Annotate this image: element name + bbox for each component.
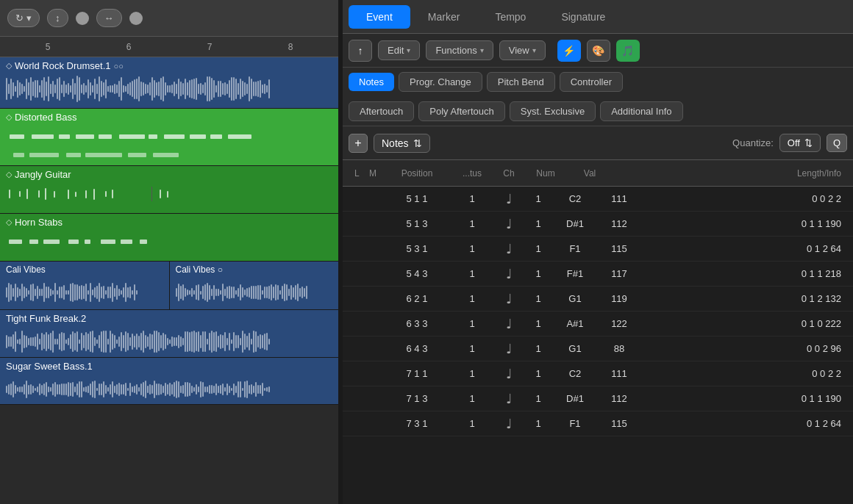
event-col-ch-7: 1	[524, 368, 553, 379]
transport-knob2[interactable]	[129, 12, 143, 25]
event-col-val-0: 111	[597, 193, 641, 204]
event-col-num-8: D#1	[553, 393, 597, 404]
col-header-length: Length/Info	[612, 168, 841, 179]
event-row[interactable]: 6 4 3 1 ♩ 1 G1 88 0 0 2 96	[343, 336, 853, 361]
event-col-val-3: 117	[597, 268, 641, 279]
quantize-value-label: Off	[788, 137, 800, 148]
filter-controller-btn[interactable]: Controller	[560, 72, 623, 92]
event-col-ch-9: 1	[524, 418, 553, 429]
track-sugar-waveform: for(let i=0;i<120;i++){ const h = 4 + Ma…	[0, 375, 338, 404]
event-row[interactable]: 5 4 3 1 ♩ 1 F#1 117 0 1 1 218	[343, 262, 853, 287]
event-col-val-9: 115	[597, 418, 641, 429]
event-note-icon-7: ♩	[494, 366, 524, 382]
loop-chevron: ▾	[26, 12, 32, 24]
event-col-len-3: 0 1 1 218	[641, 268, 841, 279]
event-col-num-5: A#1	[553, 318, 597, 329]
filter-aftertouch-btn[interactable]: Aftertouch	[349, 101, 414, 121]
event-row[interactable]: 5 1 3 1 ♩ 1 D#1 112 0 1 1 190	[343, 212, 853, 237]
track-distorted-bass-label: Distorted Bass	[15, 112, 77, 123]
track-drumset: ◇ World Rock Drumset.1 ○○ for(let i=0;i<…	[0, 57, 338, 109]
event-col-len-0: 0 0 2 2	[641, 193, 841, 204]
event-note-icon-8: ♩	[494, 391, 524, 407]
event-col-len-6: 0 0 2 96	[641, 343, 841, 354]
event-col-tus-8: 1	[450, 393, 494, 404]
q-button[interactable]: Q	[827, 134, 847, 152]
event-row[interactable]: 7 1 3 1 ♩ 1 D#1 112 0 1 1 190	[343, 386, 853, 411]
track-tight-waveform: for(let i=0;i<120;i++){ const h = 5 + Ma…	[0, 327, 338, 356]
filter-syst-exclusive-btn[interactable]: Syst. Exclusive	[510, 101, 596, 121]
event-col-len-2: 0 1 2 64	[641, 243, 841, 254]
up-arrow-icon: ↑	[358, 45, 363, 57]
track-horn-icon: ◇	[6, 217, 12, 227]
transport-up-btn[interactable]: ↕	[47, 9, 68, 27]
notes-type-selector[interactable]: Notes ⇅	[374, 134, 430, 153]
tab-signature[interactable]: Signature	[543, 5, 623, 29]
functions-btn[interactable]: Functions ▾	[426, 40, 493, 60]
event-col-num-7: C2	[553, 368, 597, 379]
track-horn-label: Horn Stabs	[15, 217, 63, 228]
ruler-mark-6: 6	[126, 42, 132, 52]
timeline-ruler: 5 6 7 8	[0, 37, 338, 57]
edit-btn[interactable]: Edit ▾	[378, 40, 420, 60]
event-col-num-9: F1	[553, 418, 597, 429]
col-header-num: Num	[524, 168, 568, 179]
event-col-num-3: F#1	[553, 268, 597, 279]
up-arrow-btn[interactable]: ↑	[349, 40, 372, 62]
toolbar: ↑ Edit ▾ Functions ▾ View ▾ ⚡ 🎨 🎵	[343, 34, 853, 68]
event-col-pos-2: 5 3 1	[384, 243, 450, 254]
filter-progr-change-btn[interactable]: Progr. Change	[399, 72, 482, 92]
event-row[interactable]: 6 2 1 1 ♩ 1 G1 119 0 1 2 132	[343, 287, 853, 312]
event-note-icon-6: ♩	[494, 341, 524, 357]
event-col-ch-4: 1	[524, 293, 553, 304]
event-note-icon-1: ♩	[494, 216, 524, 232]
event-col-len-4: 0 1 2 132	[641, 293, 841, 304]
transport-loop-btn[interactable]: ↻ ▾	[7, 9, 40, 27]
event-col-pos-5: 6 3 3	[384, 318, 450, 329]
event-col-ch-5: 1	[524, 318, 553, 329]
event-list-header: + Notes ⇅ Quantize: Off ⇅ Q	[343, 126, 853, 160]
tight-waveform-bars: for(let i=0;i<120;i++){ const h = 5 + Ma…	[6, 328, 332, 355]
midi-icon-btn[interactable]: ⚡	[557, 40, 581, 62]
palette-btn[interactable]: 🎨	[587, 40, 610, 62]
event-col-len-7: 0 0 2 2	[641, 368, 841, 379]
event-col-pos-6: 6 4 3	[384, 343, 450, 354]
edit-label: Edit	[388, 45, 404, 56]
track-jangly-guitar: ◇ Jangly Guitar	[0, 166, 338, 214]
event-row[interactable]: 7 1 1 1 ♩ 1 C2 111 0 0 2 2	[343, 361, 853, 386]
event-note-icon-4: ♩	[494, 291, 524, 307]
track-tight-label: Tight Funk Break.2	[6, 313, 86, 324]
green-btn[interactable]: 🎵	[616, 40, 640, 62]
event-col-pos-3: 5 4 3	[384, 268, 450, 279]
event-col-ch-2: 1	[524, 243, 553, 254]
tab-event[interactable]: Event	[349, 5, 410, 29]
filter-poly-aftertouch-btn[interactable]: Poly Aftertouch	[418, 101, 504, 121]
track-drumset-label: World Rock Drumset.1	[15, 60, 111, 71]
tab-marker[interactable]: Marker	[410, 5, 478, 29]
add-event-btn[interactable]: +	[349, 134, 368, 153]
track-distorted-bass: ◇ Distorted Bass	[0, 109, 338, 166]
event-row[interactable]: 5 1 1 1 ♩ 1 C2 111 0 0 2 2	[343, 187, 853, 212]
transport-resize-btn[interactable]: ↔	[96, 9, 122, 27]
event-col-pos-7: 7 1 1	[384, 368, 450, 379]
event-col-num-6: G1	[553, 343, 597, 354]
transport-knob[interactable]	[76, 12, 89, 25]
event-col-len-8: 0 1 1 190	[641, 393, 841, 404]
track-jangly-icon: ◇	[6, 170, 12, 179]
event-note-icon-9: ♩	[494, 416, 524, 432]
midi-icon: ⚡	[563, 45, 575, 57]
track-sugar-sweet: Sugar Sweet Bass.1 for(let i=0;i<120;i++…	[0, 358, 338, 405]
filter-bar-row2: Aftertouch Poly Aftertouch Syst. Exclusi…	[343, 97, 853, 126]
event-col-ch-6: 1	[524, 343, 553, 354]
tab-tempo[interactable]: Tempo	[477, 5, 543, 29]
event-col-val-8: 112	[597, 393, 641, 404]
quantize-selector[interactable]: Off ⇅	[779, 134, 821, 152]
palette-icon: 🎨	[592, 45, 604, 57]
functions-chevron: ▾	[480, 46, 484, 54]
event-row[interactable]: 7 3 1 1 ♩ 1 F1 115 0 1 2 64	[343, 411, 853, 436]
event-row[interactable]: 5 3 1 1 ♩ 1 F1 115 0 1 2 64	[343, 237, 853, 262]
filter-pitch-bend-btn[interactable]: Pitch Bend	[487, 72, 555, 92]
filter-notes-btn[interactable]: Notes	[349, 73, 394, 91]
event-row[interactable]: 6 3 3 1 ♩ 1 A#1 122 0 1 0 222	[343, 312, 853, 336]
filter-additional-info-btn[interactable]: Additional Info	[600, 101, 682, 121]
view-btn[interactable]: View ▾	[499, 40, 546, 60]
